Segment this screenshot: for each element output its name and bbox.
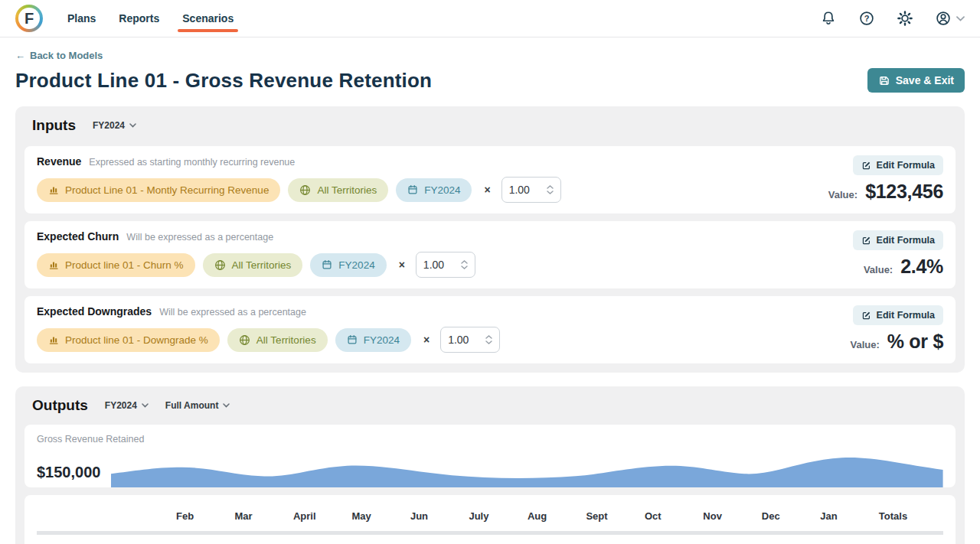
metric-chip[interactable]: Product line 01 - Downgrade % bbox=[37, 328, 220, 352]
edit-formula-button[interactable]: Edit Formula bbox=[853, 155, 943, 175]
input-label: Expected Churn bbox=[37, 230, 119, 243]
edit-formula-label: Edit Formula bbox=[877, 310, 935, 321]
table-cell: 12,500 bbox=[700, 533, 758, 544]
period-chip[interactable]: FY2024 bbox=[335, 328, 411, 352]
column-header: Nov bbox=[700, 500, 758, 533]
edit-formula-button[interactable]: Edit Formula bbox=[853, 230, 943, 250]
table-cell: 12,500 bbox=[466, 533, 524, 544]
topbar-actions: ? bbox=[820, 10, 965, 27]
outputs-title: Outputs bbox=[32, 397, 88, 414]
table-cell: 12,500 bbox=[231, 533, 289, 544]
input-description: Expressed as starting monthly recurring … bbox=[89, 157, 295, 168]
outputs-section: Outputs FY2024 Full Amount Gross Revenue… bbox=[15, 386, 965, 544]
settings-icon[interactable] bbox=[897, 10, 913, 27]
column-header: July bbox=[466, 500, 524, 533]
page-title: Product Line 01 - Gross Revenue Retentio… bbox=[15, 69, 432, 93]
input-row-title: Expected Churn Will be expressed as a pe… bbox=[37, 230, 475, 243]
globe-icon bbox=[299, 184, 311, 196]
stepper-arrows[interactable] bbox=[485, 335, 492, 344]
metric-chip-label: Product line 01 - Churn % bbox=[65, 259, 184, 271]
input-chips-row: Product line 01 - Downgrade % All Territ… bbox=[37, 327, 500, 353]
outputs-table: FebMarAprilMayJunJulyAugSeptOctNovDecJan… bbox=[37, 500, 943, 544]
edit-icon bbox=[861, 161, 871, 171]
column-header: May bbox=[348, 500, 407, 533]
inputs-period-filter[interactable]: FY2024 bbox=[93, 120, 136, 131]
edit-formula-label: Edit Formula bbox=[877, 160, 935, 171]
edit-formula-button[interactable]: Edit Formula bbox=[853, 305, 943, 325]
chevron-down-icon bbox=[461, 265, 468, 269]
table-cell: 12,500 bbox=[642, 533, 700, 544]
chevron-down-icon bbox=[956, 16, 965, 21]
value-label: Value: bbox=[864, 264, 893, 275]
nav-item-plans[interactable]: Plans bbox=[66, 0, 97, 37]
globe-icon bbox=[239, 334, 250, 346]
metric-chip[interactable]: Product line 01 - Churn % bbox=[37, 253, 195, 277]
chevron-up-icon bbox=[485, 335, 492, 339]
input-row: Expected Churn Will be expressed as a pe… bbox=[24, 221, 956, 288]
outputs-section-header: Outputs FY2024 Full Amount bbox=[24, 394, 956, 419]
account-menu[interactable] bbox=[935, 10, 965, 27]
svg-text:?: ? bbox=[864, 14, 870, 23]
value-label: Value: bbox=[828, 189, 858, 200]
calendar-icon bbox=[322, 259, 332, 270]
save-exit-label: Save & Exit bbox=[896, 74, 954, 86]
nav-item-reports[interactable]: Reports bbox=[117, 0, 161, 37]
value-amount: 2.4% bbox=[900, 256, 943, 278]
chevron-down-icon bbox=[485, 340, 492, 344]
period-chip[interactable]: FY2024 bbox=[310, 253, 386, 277]
calendar-icon bbox=[407, 184, 418, 195]
outputs-period-filter[interactable]: FY2024 bbox=[105, 400, 149, 411]
chevron-down-icon bbox=[129, 123, 136, 128]
territory-chip-label: All Territories bbox=[317, 184, 377, 196]
column-header: Aug bbox=[524, 500, 583, 533]
value-amount: $123,456 bbox=[865, 181, 943, 203]
multiplier-stepper[interactable]: 1.00 bbox=[416, 252, 475, 278]
territory-chip[interactable]: All Territories bbox=[203, 253, 303, 277]
territory-chip[interactable]: All Territories bbox=[288, 178, 388, 202]
table-row: Revenue Target12,50012,50012,50012,50012… bbox=[37, 533, 943, 544]
metric-chip[interactable]: Product Line 01 - Montly Recurring Reven… bbox=[37, 178, 280, 202]
multiplier-stepper[interactable]: 1.00 bbox=[501, 177, 561, 203]
brand-logo[interactable]: F bbox=[15, 5, 43, 32]
input-label: Revenue bbox=[37, 155, 81, 168]
notifications-icon[interactable] bbox=[820, 10, 837, 27]
value-wrap: Value: % or $ bbox=[850, 331, 943, 353]
input-description: Will be expressed as a percentage bbox=[159, 307, 306, 318]
multiplier-stepper[interactable]: 1.00 bbox=[440, 327, 500, 353]
outputs-table-card: FebMarAprilMayJunJulyAugSeptOctNovDecJan… bbox=[24, 495, 956, 544]
input-row-left: Revenue Expressed as starting monthly re… bbox=[37, 155, 561, 203]
input-description: Will be expressed as a percentage bbox=[126, 232, 273, 243]
outputs-amount-filter[interactable]: Full Amount bbox=[165, 400, 230, 411]
title-row: Product Line 01 - Gross Revenue Retentio… bbox=[15, 68, 965, 93]
back-to-models-link[interactable]: ← Back to Models bbox=[15, 50, 103, 61]
period-chip[interactable]: FY2024 bbox=[396, 178, 472, 202]
table-cell: 12,500 bbox=[348, 533, 407, 544]
nav-item-scenarios[interactable]: Scenarios bbox=[181, 0, 235, 37]
value-label: Value: bbox=[850, 339, 879, 350]
account-icon bbox=[935, 10, 952, 27]
inputs-period-label: FY2024 bbox=[93, 120, 125, 131]
input-row-right: Edit Formula Value: 2.4% bbox=[853, 230, 943, 278]
stepper-arrows[interactable] bbox=[461, 260, 468, 269]
multiply-sign: × bbox=[399, 259, 405, 271]
primary-nav: Plans Reports Scenarios bbox=[66, 0, 235, 37]
save-exit-button[interactable]: Save & Exit bbox=[867, 68, 965, 93]
input-row-left: Expected Downgrades Will be expressed as… bbox=[37, 305, 500, 353]
column-header: Oct bbox=[642, 500, 700, 533]
row-label: Revenue Target bbox=[37, 533, 173, 544]
calendar-icon bbox=[347, 334, 358, 345]
territory-chip-label: All Territories bbox=[256, 334, 316, 346]
table-cell: 12,500 bbox=[759, 533, 817, 544]
bar-chart-icon bbox=[48, 259, 59, 270]
table-cell: 12,500 bbox=[290, 533, 348, 544]
edit-icon bbox=[861, 311, 871, 321]
inputs-title: Inputs bbox=[32, 117, 76, 134]
help-icon[interactable]: ? bbox=[858, 10, 875, 27]
stepper-arrows[interactable] bbox=[547, 185, 554, 194]
globe-icon bbox=[214, 259, 226, 271]
value-amount: % or $ bbox=[887, 331, 943, 353]
period-chip-label: FY2024 bbox=[364, 334, 400, 346]
territory-chip[interactable]: All Territories bbox=[227, 328, 328, 352]
bar-chart-icon bbox=[48, 184, 59, 195]
back-arrow-icon: ← bbox=[15, 50, 25, 61]
